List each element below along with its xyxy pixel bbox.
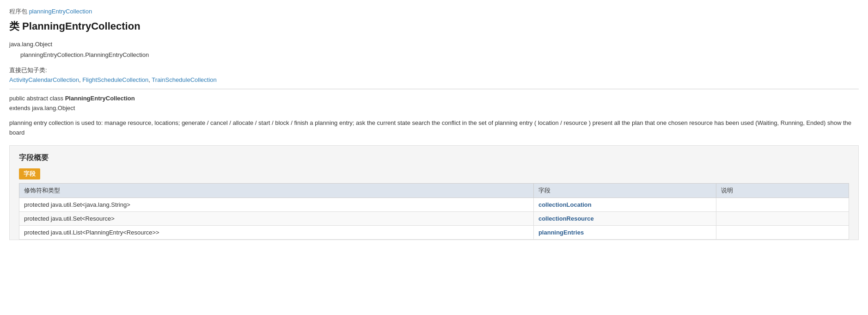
summary-title: 字段概要 bbox=[19, 153, 849, 163]
row-2-modifier: protected java.util.List<PlanningEntry<R… bbox=[19, 225, 534, 239]
breadcrumb-prefix: 程序包 bbox=[9, 8, 27, 15]
page-title: 类 PlanningEntryCollection bbox=[9, 19, 859, 33]
class-description: planning entry collection is used to: ma… bbox=[9, 118, 859, 138]
divider bbox=[9, 89, 859, 89]
row-0-desc bbox=[716, 198, 849, 211]
row-1-modifier: protected java.util.Set<Resource> bbox=[19, 211, 534, 225]
field-link-2[interactable]: planningEntries bbox=[538, 229, 584, 236]
field-link-1[interactable]: collectionResource bbox=[538, 215, 594, 222]
col-header-modifier: 修饰符和类型 bbox=[19, 183, 534, 198]
summary-section: 字段概要 字段 修饰符和类型 字段 说明 protected java.util… bbox=[9, 145, 859, 240]
inheritance-child: planningEntryCollection.PlanningEntryCol… bbox=[20, 49, 859, 60]
class-signature-line1: public abstract class PlanningEntryColle… bbox=[9, 94, 859, 104]
subclasses-links: ActivityCalendarCollection, FlightSchedu… bbox=[9, 76, 859, 83]
col-header-desc: 说明 bbox=[716, 183, 849, 198]
table-row: protected java.util.Set<java.lang.String… bbox=[19, 198, 849, 211]
row-1-field[interactable]: collectionResource bbox=[533, 211, 716, 225]
row-2-field[interactable]: planningEntries bbox=[533, 225, 716, 239]
inheritance-parent: java.lang.Object bbox=[9, 39, 859, 49]
class-signature: public abstract class PlanningEntryColle… bbox=[9, 94, 859, 113]
breadcrumb: 程序包 planningEntryCollection bbox=[9, 7, 859, 16]
class-signature-line2: extends java.lang.Object bbox=[9, 104, 859, 113]
row-1-desc bbox=[716, 211, 849, 225]
table-header-row: 修饰符和类型 字段 说明 bbox=[19, 183, 849, 198]
fields-tag: 字段 bbox=[19, 168, 40, 179]
table-row: protected java.util.Set<Resource>collect… bbox=[19, 211, 849, 225]
subclass-link-1[interactable]: FlightScheduleCollection bbox=[82, 76, 148, 83]
subclasses-label: 直接已知子类: bbox=[9, 66, 859, 74]
subclass-link-0[interactable]: ActivityCalendarCollection bbox=[9, 76, 79, 83]
inheritance-block: java.lang.Object planningEntryCollection… bbox=[9, 39, 859, 61]
row-0-field[interactable]: collectionLocation bbox=[533, 198, 716, 211]
table-row: protected java.util.List<PlanningEntry<R… bbox=[19, 225, 849, 239]
field-link-0[interactable]: collectionLocation bbox=[538, 201, 592, 208]
breadcrumb-link[interactable]: planningEntryCollection bbox=[29, 8, 92, 15]
row-2-desc bbox=[716, 225, 849, 239]
subclass-link-2[interactable]: TrainScheduleCollection bbox=[152, 76, 216, 83]
fields-table: 修饰符和类型 字段 说明 protected java.util.Set<jav… bbox=[19, 183, 849, 240]
row-0-modifier: protected java.util.Set<java.lang.String… bbox=[19, 198, 534, 211]
col-header-field: 字段 bbox=[533, 183, 716, 198]
